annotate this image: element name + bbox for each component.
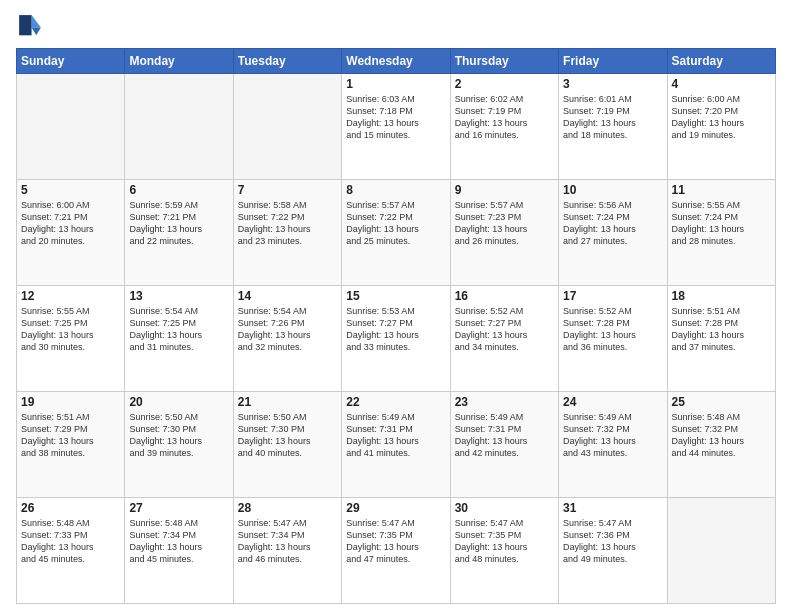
day-number: 13: [129, 289, 228, 303]
calendar-cell: 23Sunrise: 5:49 AM Sunset: 7:31 PM Dayli…: [450, 392, 558, 498]
day-info: Sunrise: 5:48 AM Sunset: 7:33 PM Dayligh…: [21, 517, 120, 566]
calendar-cell: 25Sunrise: 5:48 AM Sunset: 7:32 PM Dayli…: [667, 392, 775, 498]
weekday-header-monday: Monday: [125, 49, 233, 74]
day-info: Sunrise: 5:47 AM Sunset: 7:34 PM Dayligh…: [238, 517, 337, 566]
day-number: 8: [346, 183, 445, 197]
week-row-5: 26Sunrise: 5:48 AM Sunset: 7:33 PM Dayli…: [17, 498, 776, 604]
day-number: 23: [455, 395, 554, 409]
day-info: Sunrise: 5:48 AM Sunset: 7:32 PM Dayligh…: [672, 411, 771, 460]
calendar-cell: 1Sunrise: 6:03 AM Sunset: 7:18 PM Daylig…: [342, 74, 450, 180]
day-info: Sunrise: 5:54 AM Sunset: 7:26 PM Dayligh…: [238, 305, 337, 354]
day-number: 25: [672, 395, 771, 409]
calendar-cell: 30Sunrise: 5:47 AM Sunset: 7:35 PM Dayli…: [450, 498, 558, 604]
day-info: Sunrise: 5:47 AM Sunset: 7:36 PM Dayligh…: [563, 517, 662, 566]
day-info: Sunrise: 5:55 AM Sunset: 7:25 PM Dayligh…: [21, 305, 120, 354]
weekday-header-wednesday: Wednesday: [342, 49, 450, 74]
day-info: Sunrise: 6:03 AM Sunset: 7:18 PM Dayligh…: [346, 93, 445, 142]
calendar-cell: 8Sunrise: 5:57 AM Sunset: 7:22 PM Daylig…: [342, 180, 450, 286]
calendar-cell: 4Sunrise: 6:00 AM Sunset: 7:20 PM Daylig…: [667, 74, 775, 180]
day-number: 30: [455, 501, 554, 515]
day-info: Sunrise: 5:49 AM Sunset: 7:31 PM Dayligh…: [346, 411, 445, 460]
day-info: Sunrise: 5:47 AM Sunset: 7:35 PM Dayligh…: [346, 517, 445, 566]
calendar-cell: 6Sunrise: 5:59 AM Sunset: 7:21 PM Daylig…: [125, 180, 233, 286]
day-info: Sunrise: 5:57 AM Sunset: 7:22 PM Dayligh…: [346, 199, 445, 248]
day-info: Sunrise: 5:48 AM Sunset: 7:34 PM Dayligh…: [129, 517, 228, 566]
day-number: 22: [346, 395, 445, 409]
calendar-cell: 17Sunrise: 5:52 AM Sunset: 7:28 PM Dayli…: [559, 286, 667, 392]
day-number: 24: [563, 395, 662, 409]
day-number: 2: [455, 77, 554, 91]
logo-icon: [16, 12, 44, 40]
day-info: Sunrise: 5:53 AM Sunset: 7:27 PM Dayligh…: [346, 305, 445, 354]
day-info: Sunrise: 5:49 AM Sunset: 7:31 PM Dayligh…: [455, 411, 554, 460]
calendar-cell: 26Sunrise: 5:48 AM Sunset: 7:33 PM Dayli…: [17, 498, 125, 604]
day-info: Sunrise: 5:54 AM Sunset: 7:25 PM Dayligh…: [129, 305, 228, 354]
calendar-cell: 11Sunrise: 5:55 AM Sunset: 7:24 PM Dayli…: [667, 180, 775, 286]
calendar-cell: 24Sunrise: 5:49 AM Sunset: 7:32 PM Dayli…: [559, 392, 667, 498]
day-info: Sunrise: 6:00 AM Sunset: 7:20 PM Dayligh…: [672, 93, 771, 142]
day-number: 11: [672, 183, 771, 197]
calendar-cell: 12Sunrise: 5:55 AM Sunset: 7:25 PM Dayli…: [17, 286, 125, 392]
day-number: 20: [129, 395, 228, 409]
weekday-header-row: SundayMondayTuesdayWednesdayThursdayFrid…: [17, 49, 776, 74]
calendar-cell: 9Sunrise: 5:57 AM Sunset: 7:23 PM Daylig…: [450, 180, 558, 286]
calendar-cell: 7Sunrise: 5:58 AM Sunset: 7:22 PM Daylig…: [233, 180, 341, 286]
day-number: 7: [238, 183, 337, 197]
calendar-cell: [233, 74, 341, 180]
day-info: Sunrise: 5:55 AM Sunset: 7:24 PM Dayligh…: [672, 199, 771, 248]
calendar-cell: [667, 498, 775, 604]
day-info: Sunrise: 6:02 AM Sunset: 7:19 PM Dayligh…: [455, 93, 554, 142]
calendar-cell: 31Sunrise: 5:47 AM Sunset: 7:36 PM Dayli…: [559, 498, 667, 604]
page: SundayMondayTuesdayWednesdayThursdayFrid…: [0, 0, 792, 612]
weekday-header-sunday: Sunday: [17, 49, 125, 74]
svg-rect-2: [19, 15, 31, 35]
day-number: 26: [21, 501, 120, 515]
day-info: Sunrise: 5:51 AM Sunset: 7:28 PM Dayligh…: [672, 305, 771, 354]
calendar-cell: 18Sunrise: 5:51 AM Sunset: 7:28 PM Dayli…: [667, 286, 775, 392]
day-info: Sunrise: 5:57 AM Sunset: 7:23 PM Dayligh…: [455, 199, 554, 248]
weekday-header-saturday: Saturday: [667, 49, 775, 74]
week-row-4: 19Sunrise: 5:51 AM Sunset: 7:29 PM Dayli…: [17, 392, 776, 498]
calendar-table: SundayMondayTuesdayWednesdayThursdayFrid…: [16, 48, 776, 604]
day-number: 12: [21, 289, 120, 303]
calendar-cell: 29Sunrise: 5:47 AM Sunset: 7:35 PM Dayli…: [342, 498, 450, 604]
day-info: Sunrise: 5:52 AM Sunset: 7:27 PM Dayligh…: [455, 305, 554, 354]
week-row-1: 1Sunrise: 6:03 AM Sunset: 7:18 PM Daylig…: [17, 74, 776, 180]
calendar-cell: 14Sunrise: 5:54 AM Sunset: 7:26 PM Dayli…: [233, 286, 341, 392]
day-number: 18: [672, 289, 771, 303]
day-number: 5: [21, 183, 120, 197]
day-info: Sunrise: 5:56 AM Sunset: 7:24 PM Dayligh…: [563, 199, 662, 248]
day-number: 27: [129, 501, 228, 515]
calendar-cell: 20Sunrise: 5:50 AM Sunset: 7:30 PM Dayli…: [125, 392, 233, 498]
day-number: 15: [346, 289, 445, 303]
calendar-cell: 28Sunrise: 5:47 AM Sunset: 7:34 PM Dayli…: [233, 498, 341, 604]
day-number: 14: [238, 289, 337, 303]
day-info: Sunrise: 6:01 AM Sunset: 7:19 PM Dayligh…: [563, 93, 662, 142]
day-number: 28: [238, 501, 337, 515]
calendar-cell: 27Sunrise: 5:48 AM Sunset: 7:34 PM Dayli…: [125, 498, 233, 604]
day-number: 21: [238, 395, 337, 409]
header: [16, 12, 776, 40]
calendar-cell: [125, 74, 233, 180]
calendar-cell: 5Sunrise: 6:00 AM Sunset: 7:21 PM Daylig…: [17, 180, 125, 286]
day-number: 17: [563, 289, 662, 303]
week-row-3: 12Sunrise: 5:55 AM Sunset: 7:25 PM Dayli…: [17, 286, 776, 392]
day-number: 6: [129, 183, 228, 197]
weekday-header-friday: Friday: [559, 49, 667, 74]
calendar-cell: 22Sunrise: 5:49 AM Sunset: 7:31 PM Dayli…: [342, 392, 450, 498]
day-number: 3: [563, 77, 662, 91]
calendar-cell: 19Sunrise: 5:51 AM Sunset: 7:29 PM Dayli…: [17, 392, 125, 498]
day-info: Sunrise: 5:50 AM Sunset: 7:30 PM Dayligh…: [238, 411, 337, 460]
day-info: Sunrise: 5:52 AM Sunset: 7:28 PM Dayligh…: [563, 305, 662, 354]
week-row-2: 5Sunrise: 6:00 AM Sunset: 7:21 PM Daylig…: [17, 180, 776, 286]
day-info: Sunrise: 5:49 AM Sunset: 7:32 PM Dayligh…: [563, 411, 662, 460]
calendar-cell: 10Sunrise: 5:56 AM Sunset: 7:24 PM Dayli…: [559, 180, 667, 286]
logo: [16, 12, 48, 40]
day-number: 31: [563, 501, 662, 515]
day-info: Sunrise: 5:51 AM Sunset: 7:29 PM Dayligh…: [21, 411, 120, 460]
calendar-cell: 16Sunrise: 5:52 AM Sunset: 7:27 PM Dayli…: [450, 286, 558, 392]
calendar-cell: 21Sunrise: 5:50 AM Sunset: 7:30 PM Dayli…: [233, 392, 341, 498]
weekday-header-thursday: Thursday: [450, 49, 558, 74]
day-number: 1: [346, 77, 445, 91]
day-info: Sunrise: 5:58 AM Sunset: 7:22 PM Dayligh…: [238, 199, 337, 248]
